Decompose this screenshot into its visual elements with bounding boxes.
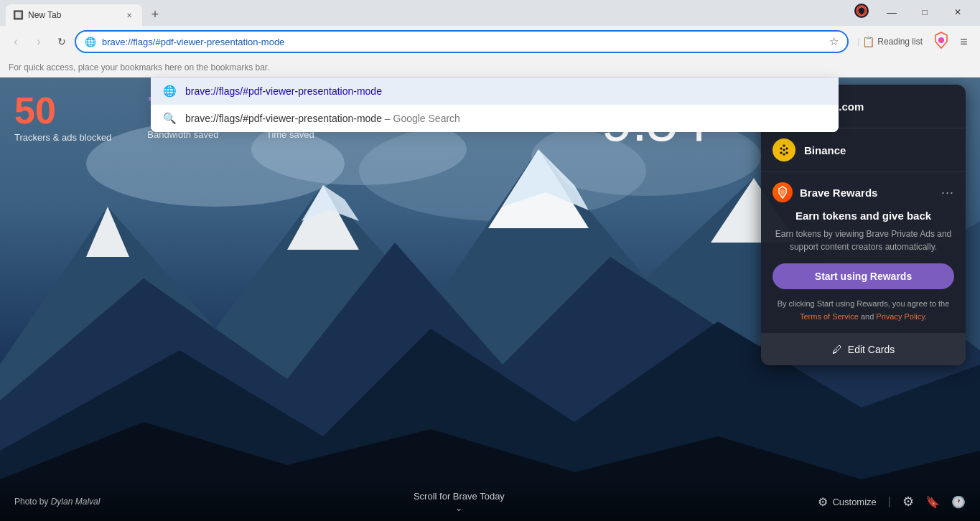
rewards-description: Earn tokens by viewing Brave Private Ads… [773,227,954,253]
dropdown-search-text: brave://flags/#pdf-viewer-presentation-m… [185,113,460,124]
svg-marker-28 [783,149,785,151]
bookmarks-bar: For quick access, place your bookmarks h… [0,57,980,78]
reading-list-area: | 📋 Reading list [851,36,928,47]
binance-logo [773,139,795,161]
reload-button[interactable]: ↻ [52,32,72,52]
edit-cards-button[interactable]: 🖊 Edit Cards [761,334,966,365]
tab-title: New Tab [28,10,119,20]
svg-marker-25 [783,144,785,147]
start-rewards-button[interactable]: Start using Rewards [773,263,954,289]
terms-of-service-link[interactable]: Terms of Service [800,312,859,321]
binance-card[interactable]: Binance [761,128,966,172]
address-bar[interactable]: 🌐 brave://flags/#pdf-viewer-presentation… [75,30,849,53]
trackers-value: 50 [14,92,111,129]
trackers-stat: 50 Trackers & ads blocked [14,92,111,143]
edit-cards-label: Edit Cards [848,344,895,355]
address-dropdown: 🌐 brave://flags/#pdf-viewer-presentation… [151,78,839,132]
settings-icon-btn[interactable]: ⚙ [902,494,914,510]
dropdown-item-search[interactable]: 🔍 brave://flags/#pdf-viewer-presentation… [151,105,839,132]
svg-point-6 [940,39,943,42]
history-icon-btn[interactable]: 🕐 [951,495,966,509]
tab-bar: 🔲 New Tab ✕ + — □ ✕ [0,0,980,26]
brave-rewards-card: Brave Rewards ··· Earn tokens and give b… [761,172,966,334]
rewards-title: Brave Rewards [800,187,934,199]
address-bar-row: ‹ › ↻ 🌐 brave://flags/#pdf-viewer-presen… [0,26,980,57]
svg-marker-27 [785,147,788,150]
search-suffix: – Google Search [385,113,460,124]
url-display: brave://flags/#pdf-viewer-presentation-m… [102,37,284,47]
binance-name: Binance [804,144,846,156]
brave-icon[interactable] [931,30,951,53]
forward-button[interactable]: › [29,32,49,52]
customize-button[interactable]: ⚙ Customize [818,495,876,509]
sliders-icon: ⚙ [818,495,828,509]
menu-button[interactable]: ≡ [954,32,974,52]
tab-close-icon[interactable]: ✕ [123,9,135,21]
reading-list-label[interactable]: Reading list [877,37,923,47]
bookmarks-bar-hint: For quick access, place your bookmarks h… [9,62,270,72]
close-button[interactable]: ✕ [941,1,974,23]
rewards-tos: By clicking Start using Rewards, you agr… [773,298,954,323]
scroll-label: Scroll for Brave Today [414,491,505,502]
bookmark-icon-btn[interactable]: 🔖 [925,495,940,509]
scroll-brave-today[interactable]: Scroll for Brave Today ⌄ [414,491,505,513]
brave-shield-icon [854,3,869,22]
maximize-button[interactable]: □ [908,1,941,23]
rewards-more-icon[interactable]: ··· [941,185,954,200]
rewards-header: Brave Rewards ··· [773,182,954,202]
rewards-logo [773,182,793,202]
active-tab[interactable]: 🔲 New Tab ✕ [6,4,142,26]
browser-chrome: 🔲 New Tab ✕ + — □ ✕ ‹ › ↻ 🌐 [0,0,980,78]
window-controls: — □ ✕ [854,1,974,23]
address-text: brave://flags/#pdf-viewer-presentation-m… [102,37,823,47]
tab-favicon: 🔲 [13,10,24,20]
security-icon: 🌐 [85,37,96,47]
bottom-controls: ⚙ Customize | ⚙ 🔖 🕐 [818,494,966,510]
chevron-down-icon: ⌄ [455,503,462,513]
svg-marker-30 [785,151,788,154]
divider: | [888,495,891,508]
svg-marker-33 [780,189,785,196]
reading-list-icon: 📋 [862,36,874,47]
photo-author: Dylan Malval [51,497,101,507]
minimize-button[interactable]: — [875,1,908,23]
edit-cards-icon: 🖊 [832,344,842,355]
search-url-part: brave://flags/#pdf-viewer-presentation-m… [185,113,382,124]
dropdown-url-text: brave://flags/#pdf-viewer-presentation-m… [185,85,382,97]
privacy-policy-link[interactable]: Privacy Policy [876,312,925,321]
customize-label: Customize [832,497,876,507]
globe-icon: 🌐 [162,85,177,98]
dropdown-item-url[interactable]: 🌐 brave://flags/#pdf-viewer-presentation… [151,78,839,105]
svg-marker-26 [780,147,783,150]
search-icon: 🔍 [162,112,177,125]
svg-marker-29 [780,151,783,154]
trackers-label: Trackers & ads blocked [14,132,111,143]
back-button[interactable]: ‹ [6,32,26,52]
photo-credit: Photo by Dylan Malval [14,497,100,507]
rewards-tagline: Earn tokens and give back [773,210,954,222]
bookmark-star-icon[interactable]: ☆ [829,35,839,48]
main-content: 50 Trackers & ads blocked 798 KB Bandwid… [0,78,980,521]
pipe-separator: | [857,37,859,47]
bottom-bar: Photo by Dylan Malval Scroll for Brave T… [0,482,980,521]
new-tab-button[interactable]: + [145,4,165,24]
svg-marker-31 [783,153,785,156]
